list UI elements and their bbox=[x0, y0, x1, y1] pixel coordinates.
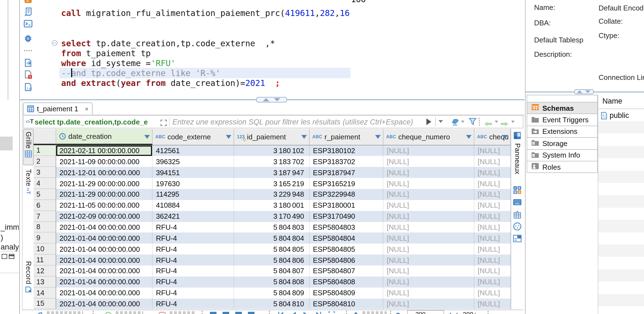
table-cell[interactable]: ESP3180001 bbox=[310, 200, 383, 211]
table-row[interactable]: 132021-01-04 00:00:00.000RFU-45 804 808E… bbox=[34, 277, 511, 288]
table-row[interactable]: 62021-11-05 00:00:00.0004108843 180 001E… bbox=[34, 200, 511, 211]
row-number[interactable]: 15 bbox=[34, 298, 56, 309]
row-number[interactable]: 6 bbox=[34, 200, 56, 211]
column-header-chequ[interactable]: ABCchequ bbox=[474, 129, 511, 145]
table-row[interactable]: 112021-01-04 00:00:00.000RFU-45 804 806E… bbox=[34, 255, 511, 266]
category-item-extensions[interactable]: Extensions bbox=[526, 126, 597, 138]
metadata-panel-icon[interactable] bbox=[513, 234, 522, 243]
category-item-system-info[interactable]: System Info bbox=[526, 149, 597, 161]
result-tab[interactable]: t_paiement 1 × bbox=[23, 102, 93, 115]
table-cell[interactable]: ESP3229948 bbox=[310, 189, 383, 200]
row-number[interactable]: 10 bbox=[34, 243, 56, 255]
right-splitter-collapse-handle[interactable] bbox=[574, 89, 594, 94]
next-dropdown-icon[interactable] bbox=[511, 121, 515, 123]
row-number-header[interactable] bbox=[34, 129, 56, 145]
table-cell[interactable]: 2021-01-04 00:00:00.000 bbox=[56, 243, 153, 255]
table-cell[interactable]: [NULL] bbox=[383, 277, 474, 288]
export-results-icon[interactable] bbox=[353, 311, 359, 314]
filter-bar[interactable]: ‹›T select tp.date_creation,tp.code_e En… bbox=[23, 115, 523, 128]
table-cell[interactable]: 3 170 490 bbox=[234, 211, 310, 222]
table-cell[interactable]: ESP3183702 bbox=[310, 156, 383, 167]
previous-dropdown-icon[interactable] bbox=[495, 121, 498, 123]
table-cell[interactable]: ESP5804805 bbox=[310, 243, 383, 255]
table-row[interactable]: 122021-01-04 00:00:00.000RFU-45 804 807E… bbox=[34, 266, 511, 277]
table-cell[interactable]: [NULL] bbox=[383, 167, 474, 178]
sort-dropdown-icon[interactable] bbox=[226, 135, 231, 139]
sort-dropdown-icon[interactable] bbox=[466, 135, 472, 139]
filter-input-placeholder[interactable]: Entrez une expression SQL pour filtrer l… bbox=[172, 118, 423, 126]
table-cell[interactable]: 3 165 219 bbox=[234, 178, 310, 189]
table-cell[interactable]: RFU-4 bbox=[153, 287, 234, 298]
table-cell[interactable]: 362421 bbox=[153, 211, 234, 222]
table-cell[interactable]: 5 804 808 bbox=[234, 277, 310, 288]
table-row[interactable]: 72021-02-09 00:00:00.0003624213 170 490E… bbox=[34, 211, 511, 222]
sort-dropdown-icon[interactable] bbox=[144, 135, 150, 139]
row-number[interactable]: 2 bbox=[34, 156, 56, 167]
table-cell[interactable]: 2021-11-09 00:00:00.000 bbox=[56, 156, 153, 167]
document-variable-icon[interactable]: (x) bbox=[24, 83, 33, 91]
table-cell[interactable]: ESP3170490 bbox=[310, 211, 383, 222]
table-cell[interactable]: 114295 bbox=[153, 189, 234, 200]
tab-close-icon[interactable]: × bbox=[85, 105, 89, 113]
name-column-header[interactable]: Name bbox=[602, 97, 622, 105]
collapse-down-icon[interactable] bbox=[585, 90, 591, 93]
refresh-icon[interactable] bbox=[37, 311, 44, 314]
fetch-next-icon[interactable] bbox=[450, 311, 458, 314]
table-cell[interactable]: 2021-12-01 00:00:00.000 bbox=[56, 167, 153, 178]
row-number[interactable]: 4 bbox=[34, 178, 56, 189]
document-error-icon[interactable] bbox=[24, 70, 33, 79]
column-header-r_paiement[interactable]: ABCr_paiement bbox=[310, 129, 383, 145]
row-number[interactable]: 12 bbox=[34, 266, 56, 277]
table-cell[interactable]: [NULL] bbox=[474, 167, 511, 178]
table-cell[interactable]: ESP5804810 bbox=[310, 298, 383, 309]
table-cell[interactable]: 3 229 948 bbox=[234, 189, 310, 200]
table-cell[interactable]: 5 804 809 bbox=[234, 287, 310, 298]
table-cell[interactable]: [NULL] bbox=[383, 200, 474, 211]
table-cell[interactable]: 2021-11-05 00:00:00.000 bbox=[56, 200, 153, 211]
schema-row-public[interactable]: public bbox=[600, 110, 644, 121]
code-fold-icon[interactable]: − bbox=[52, 40, 57, 46]
table-cell[interactable]: [NULL] bbox=[474, 266, 511, 277]
table-cell[interactable]: ESP3187947 bbox=[310, 167, 383, 178]
table-cell[interactable]: [NULL] bbox=[383, 298, 474, 309]
row-number[interactable]: 7 bbox=[34, 211, 56, 222]
table-cell[interactable]: [NULL] bbox=[474, 222, 511, 233]
code-line[interactable]: where id_systeme ='RFU' bbox=[61, 58, 175, 68]
code-line[interactable]: call migration_rfu_alimentation_paiement… bbox=[61, 8, 350, 18]
row-number[interactable]: 1 bbox=[34, 145, 56, 156]
table-cell[interactable]: RFU-4 bbox=[153, 266, 234, 277]
column-header-cheque_numero[interactable]: ABCcheque_numero bbox=[383, 129, 474, 145]
table-cell[interactable]: 3 180 001 bbox=[234, 200, 310, 211]
table-cell[interactable]: ESP5804808 bbox=[310, 277, 383, 288]
refresh-grid-panel-icon[interactable] bbox=[513, 210, 522, 218]
row-number[interactable]: 3 bbox=[34, 167, 56, 178]
next-result-icon[interactable] bbox=[500, 119, 510, 129]
table-row[interactable]: 82021-01-04 00:00:00.000RFU-45 804 803ES… bbox=[34, 222, 511, 233]
table-cell[interactable]: [NULL] bbox=[474, 298, 511, 309]
table-cell[interactable]: [NULL] bbox=[474, 178, 511, 189]
table-cell[interactable]: [NULL] bbox=[383, 287, 474, 298]
edit-actions-icons[interactable] bbox=[209, 311, 255, 314]
script-orange-icon[interactable] bbox=[24, 0, 33, 4]
column-header-code_externe[interactable]: ABCcode_externe bbox=[153, 129, 234, 145]
presentation-tab-record[interactable]: Record bbox=[23, 259, 34, 305]
table-cell[interactable]: [NULL] bbox=[383, 266, 474, 277]
table-cell[interactable]: [NULL] bbox=[474, 277, 511, 288]
table-cell[interactable]: RFU-4 bbox=[153, 255, 234, 266]
expand-filter-icon[interactable] bbox=[160, 118, 167, 125]
table-row[interactable]: 32021-12-01 00:00:00.0003941513 187 947E… bbox=[34, 167, 511, 178]
table-cell[interactable]: 2021-01-04 00:00:00.000 bbox=[56, 233, 153, 244]
column-header-id_paiement[interactable]: 123id_paiement bbox=[234, 129, 310, 145]
table-cell[interactable]: 197630 bbox=[153, 178, 234, 189]
table-cell[interactable]: ESP3180102 bbox=[310, 145, 383, 156]
row-number[interactable]: 14 bbox=[34, 287, 56, 298]
table-cell[interactable]: 2021-11-29 00:00:00.000 bbox=[56, 189, 153, 200]
category-item-storage[interactable]: Storage bbox=[526, 137, 597, 150]
navigation-icons[interactable] bbox=[278, 311, 335, 314]
category-item-schemas[interactable]: Schemas bbox=[526, 102, 597, 114]
row-number[interactable]: 13 bbox=[34, 277, 56, 288]
table-cell[interactable]: 5 804 810 bbox=[234, 298, 310, 309]
table-cell[interactable]: [NULL] bbox=[474, 145, 511, 156]
table-cell[interactable]: 5 804 807 bbox=[234, 266, 310, 277]
previous-result-icon[interactable] bbox=[483, 119, 493, 129]
